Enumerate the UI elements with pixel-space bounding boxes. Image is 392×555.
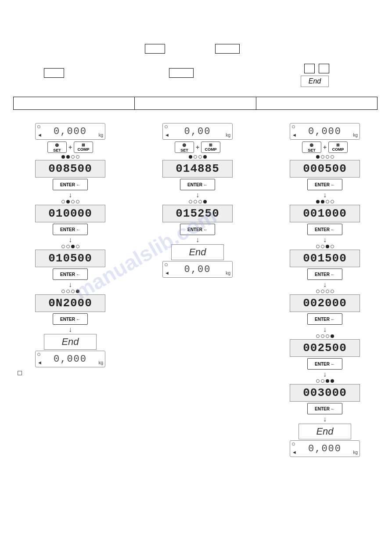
seg-display-2a: 014885 [162,160,233,178]
scale-unit-1: kg [98,133,103,138]
scale-value-3: 0,000 [308,126,342,137]
table-col2 [135,97,256,109]
enter-label-1a: ENTER [60,182,75,187]
scale-display-1: ◄ 0,000 kg [35,123,105,140]
dot-3c2 [321,245,324,248]
comp-label-3: COMP [332,147,344,152]
comp-button-3[interactable]: ⊞ COMP [328,141,348,153]
enter-btn-3e[interactable]: ENTER ← [307,358,342,370]
final-minus-1: ◄ [37,360,42,365]
dots-row-3e [316,334,334,338]
diagram-col-1: ◄ 0,000 kg ⊛ SET + ⊞ COMP 008500 [9,123,132,457]
dots-row-1b [61,200,79,203]
dot-3a4 [331,155,334,159]
dot-b1 [61,200,65,203]
final-value-3: 0,000 [308,443,342,454]
seg-display-3b: 001000 [290,205,360,222]
enter-btn-3f[interactable]: ENTER ← [307,403,342,414]
enter-btn-3a[interactable]: ENTER ← [307,179,342,190]
comp-label-2: COMP [205,147,217,152]
enter-btn-2a[interactable]: ENTER ← [180,179,215,190]
plus-icon-2: + [196,144,199,150]
end-display-1: End [44,334,97,350]
set-button-1[interactable]: ⊛ SET [47,141,67,153]
dot-d1 [61,290,65,293]
dots-row-2a [189,155,207,159]
checkbox-1 [18,371,22,375]
arrow-2a: ↓ [196,192,199,199]
enter-arrow-2a: ← [203,182,208,187]
enter-btn-2b[interactable]: ENTER ← [180,224,215,235]
set-label-2: SET [180,148,188,152]
comp-label-1: COMP [78,147,90,152]
dot-3e2 [321,334,324,338]
enter-btn-1a[interactable]: ENTER ← [53,179,88,190]
final-scale-3: ◄ 0,000 kg [290,440,360,457]
seg-display-1a: 008500 [35,160,105,178]
dots-row-1a [61,155,79,159]
plus-icon-3: + [323,144,327,150]
dot-2a2 [194,155,197,159]
enter-arrow-2b: ← [203,227,208,232]
diagram-col-2: ◄ 0,00 kg ⊛ SET + ⊞ COMP 014885 ENTER [136,123,259,457]
enter-label-3d: ENTER [315,317,330,322]
diagrams-area: ◄ 0,000 kg ⊛ SET + ⊞ COMP 008500 [9,123,386,457]
comp-icon-3: ⊞ [336,143,340,147]
final-unit-1: kg [98,360,103,365]
dot-2a3 [198,155,202,159]
final-value-1: 0,000 [54,354,87,365]
dot-2a4 [203,155,207,159]
enter-btn-3d[interactable]: ENTER ← [307,313,342,325]
dot-b3 [71,200,75,203]
set-icon-2: ⊛ [182,142,186,148]
enter-btn-1b[interactable]: ENTER ← [53,224,88,235]
end-label-2: End [189,247,206,258]
set-label-1: SET [53,148,61,152]
dot-3c3 [326,245,329,248]
dot-3c1 [316,245,320,248]
seg-display-1c: 010500 [35,250,105,267]
enter-btn-3c[interactable]: ENTER ← [307,268,342,280]
comp-button-2[interactable]: ⊞ COMP [201,141,220,153]
end-display-2: End [171,244,224,260]
btn-row-3: ⊛ SET + ⊞ COMP [302,141,348,153]
dot-3e4 [331,334,334,338]
enter-arrow-1a: ← [76,182,80,187]
scale-unit-3: kg [353,133,358,138]
seg-display-1b: 010000 [35,205,105,222]
top-box-4 [169,68,194,78]
scale-unit-2: kg [226,133,230,138]
scale-dot-1 [37,125,40,128]
final-value-2: 0,00 [184,264,211,275]
top-end-label: End [309,77,321,85]
dot-3f3 [326,379,329,383]
set-button-3[interactable]: ⊛ SET [302,141,321,153]
btn-row-2: ⊛ SET + ⊞ COMP [175,141,220,153]
dot-d4 [76,290,79,293]
scale-display-2: ◄ 0,00 kg [162,123,233,140]
scale-value-1: 0,000 [54,126,87,137]
enter-arrow-1c: ← [76,272,80,277]
scale-value-2: 0,00 [184,126,211,137]
enter-arrow-1b: ← [76,227,80,232]
dot-c4 [76,245,79,248]
table-col3 [256,97,377,109]
enter-label-3c: ENTER [315,272,330,277]
dot-3b2 [321,200,324,203]
arrow-3a: ↓ [323,192,327,199]
dot-3b4 [331,200,334,203]
enter-btn-1c[interactable]: ENTER ← [53,268,88,280]
set-button-2[interactable]: ⊛ SET [175,141,194,153]
scale-dot-3 [292,125,295,128]
enter-btn-1d[interactable]: ENTER ← [53,313,88,325]
dot-d3 [71,290,75,293]
arrow-3d: ↓ [323,326,327,333]
enter-btn-3b[interactable]: ENTER ← [307,224,342,235]
arrow-1b: ↓ [68,236,72,243]
comp-button-1[interactable]: ⊞ COMP [74,141,93,153]
enter-label-3b: ENTER [315,227,330,232]
enter-label-1d: ENTER [60,317,75,322]
dot-3a1 [316,155,320,159]
scale-minus-3: ◄ [292,132,297,138]
top-box-5 [304,64,315,73]
